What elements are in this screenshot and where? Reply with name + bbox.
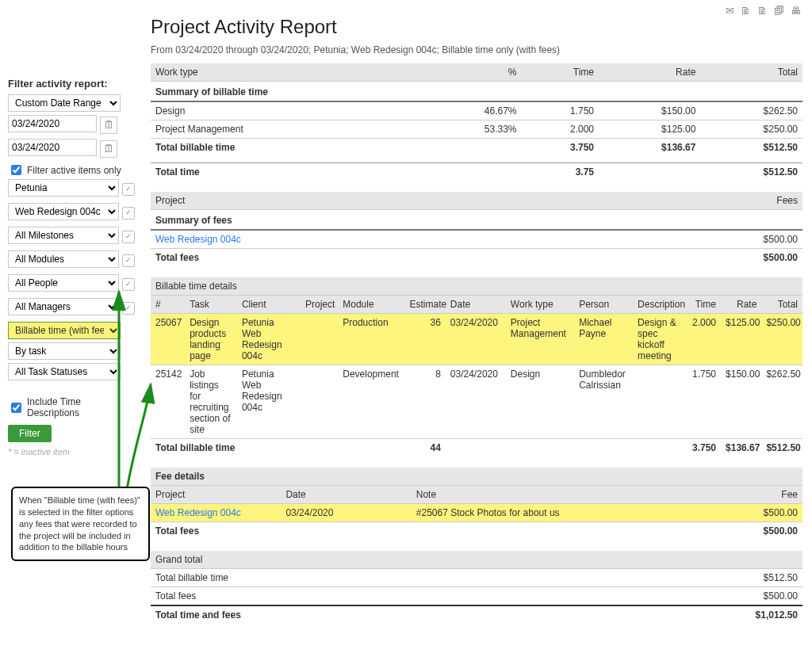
project-select[interactable]: Web Redesign 004c [8, 203, 119, 220]
grand-total-table: Grand total Total billable time$512.50 T… [151, 551, 802, 624]
billable-select[interactable]: Billable time (with fees) [8, 322, 121, 339]
table-row: 25142Job listings for recruiting section… [151, 365, 802, 439]
inactive-hint: * = inactive item [8, 447, 135, 456]
word-icon[interactable]: 🗐 [774, 5, 784, 17]
table-row: Design46.67%1.750$150.00$262.50 [151, 101, 802, 120]
active-only-checkbox[interactable]: Filter active items only [8, 162, 135, 178]
check-icon[interactable]: ✓ [122, 254, 135, 267]
calendar-icon[interactable]: 🗓 [100, 117, 117, 134]
date-from-input[interactable] [8, 115, 97, 132]
client-select[interactable]: Petunia [8, 179, 119, 197]
table-row: Project Management53.33%2.000$125.00$250… [151, 120, 802, 139]
filter-button[interactable]: Filter [8, 425, 52, 442]
date-range-select[interactable]: Custom Date Range [8, 94, 121, 112]
milestones-select[interactable]: All Milestones [8, 227, 119, 244]
report-subtitle: From 03/24/2020 through 03/24/2020; Petu… [151, 44, 802, 55]
page-title: Project Activity Report [151, 16, 802, 38]
check-icon[interactable]: ✓ [122, 207, 135, 220]
table-row: Web Redesign 004c$500.00 [151, 230, 802, 249]
filter-sidebar: Filter activity report: Custom Date Rang… [8, 78, 135, 456]
grouping-select[interactable]: By task [8, 342, 121, 360]
table-row: Web Redesign 004c03/24/2020#25067 Stock … [151, 504, 802, 522]
excel-icon[interactable]: 🗎 [741, 5, 751, 17]
report-main: Project Activity Report From 03/24/2020 … [151, 16, 802, 624]
people-select[interactable]: All People [8, 274, 119, 292]
check-icon[interactable]: ✓ [122, 183, 135, 196]
include-desc-checkbox[interactable]: Include Time Descriptions [8, 396, 135, 418]
email-icon[interactable]: ✉ [726, 5, 734, 17]
status-select[interactable]: All Task Statuses [8, 363, 121, 380]
pdf-icon[interactable]: 🗎 [757, 5, 768, 17]
print-icon[interactable]: 🖶 [791, 5, 801, 17]
check-icon[interactable]: ✓ [122, 302, 135, 315]
modules-select[interactable]: All Modules [8, 250, 119, 268]
check-icon[interactable]: ✓ [122, 278, 135, 291]
calendar-icon[interactable]: 🗓 [100, 140, 117, 158]
date-to-input[interactable] [8, 139, 97, 156]
summary-table: Work type%TimeRateTotal Summary of billa… [151, 63, 802, 181]
check-icon[interactable]: ✓ [122, 231, 135, 243]
table-row: 25067Design products landing pagePetunia… [151, 314, 802, 365]
managers-select[interactable]: All Managers [8, 298, 119, 315]
export-toolbar: ✉ 🗎 🗎 🗐 🖶 [726, 5, 801, 17]
fee-details-table: Fee details ProjectDateNoteFee Web Redes… [151, 468, 802, 540]
details-table: Billable time details #TaskClientProject… [151, 277, 802, 456]
sidebar-title: Filter activity report: [8, 78, 135, 90]
fees-summary-table: ProjectFees Summary of fees Web Redesign… [151, 192, 802, 266]
annotation-callout: When "Billable time (with fees)" is sele… [11, 487, 150, 561]
